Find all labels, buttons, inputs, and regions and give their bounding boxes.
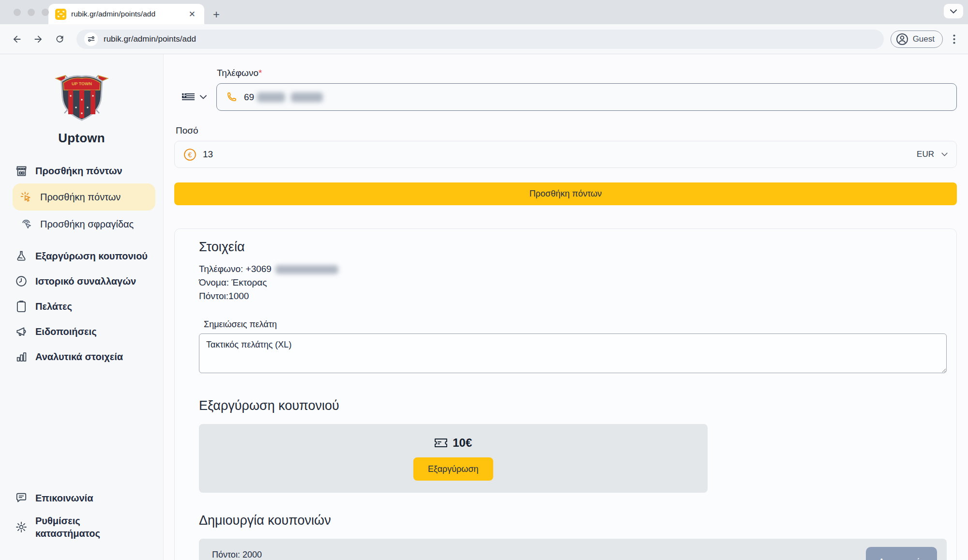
phone-field-label: Τηλέφωνο* [217, 68, 957, 78]
browser-menu-kebab-icon[interactable] [948, 31, 960, 47]
clipboard-icon [15, 300, 28, 313]
back-icon[interactable] [9, 31, 25, 47]
bar-chart-icon [15, 351, 28, 363]
tab-close-icon[interactable]: ✕ [186, 8, 198, 20]
zoom-window-button[interactable] [42, 9, 49, 16]
redeem-section-title: Εξαργύρωση κουπονιού [199, 398, 947, 413]
brand-name: Uptown [58, 131, 105, 146]
sidebar-item-label: Προσθήκη πόντων [40, 192, 121, 203]
browser-toolbar: rubik.gr/admin/points/add Guest [0, 24, 968, 54]
create-coupons-title: Δημιουργία κουπονιών [199, 513, 947, 528]
sidebar-item-redeem-coupon[interactable]: Εξαργύρωση κουπονιού [8, 243, 155, 269]
phone-label-text: Τηλέφωνο [217, 68, 258, 78]
sidebar-item-add-points[interactable]: Προσθήκη πόντων [13, 183, 155, 211]
sidebar-item-analytics[interactable]: Αναλυτικά στοιχεία [8, 344, 155, 369]
sidebar-item-label: Ειδοποιήσεις [35, 326, 97, 337]
sidebar-footer-menu: Επικοινωνία Ρυθμίσεις καταστήματος [0, 485, 163, 560]
browser-window: rubik.gr/admin/points/add ✕ + rubik.gr/a… [0, 0, 968, 560]
tab-strip: rubik.gr/admin/points/add ✕ + [0, 0, 968, 24]
profile-guest-button[interactable]: Guest [891, 30, 943, 48]
sidebar-item-label: Αναλυτικά στοιχεία [35, 351, 123, 363]
clock-icon [15, 275, 28, 288]
sidebar-group-add-points[interactable]: Προσθήκη πόντων [8, 158, 155, 183]
details-title: Στοιχεία [199, 240, 947, 255]
brand-block: UP TOWN Uptown [0, 54, 163, 146]
redeem-button[interactable]: Εξαργύρωση [413, 457, 493, 481]
sidebar-item-customers[interactable]: Πελάτες [8, 294, 155, 319]
uptown-crest-logo: UP TOWN [54, 65, 110, 124]
phone-value-prefix: 69 [244, 92, 254, 103]
detail-name-line: Όνομα: Έκτορας [199, 276, 947, 289]
phone-input[interactable]: 69 [216, 83, 957, 111]
sidebar-item-label: Ιστορικό συναλλαγών [35, 276, 136, 287]
sidebar-item-transaction-history[interactable]: Ιστορικό συναλλαγών [8, 269, 155, 294]
logo-text: UP TOWN [71, 81, 91, 86]
redeem-amount: 10€ [453, 436, 472, 450]
sidebar-item-label: Ρυθμίσεις καταστήματος [35, 515, 121, 540]
window-controls[interactable] [14, 9, 49, 16]
close-window-button[interactable] [14, 9, 21, 16]
euro-glyph: € [188, 151, 192, 158]
amount-field-label: Ποσό [176, 125, 957, 136]
country-code-selector[interactable] [182, 92, 207, 102]
customer-notes-label: Σημειώσεις πελάτη [204, 319, 947, 330]
reload-icon[interactable] [51, 31, 68, 47]
sidebar-item-add-stamp[interactable]: Προσθήκη σφραγίδας [13, 211, 155, 238]
detail-phone-line: Τηλέφωνο: +3069 [199, 262, 947, 276]
guest-label: Guest [913, 34, 935, 44]
required-asterisk: * [258, 68, 262, 78]
sidebar-item-label: Επικοινωνία [35, 493, 93, 504]
chevron-down-icon [200, 95, 207, 99]
url-bar[interactable]: rubik.gr/admin/points/add [76, 30, 884, 49]
customer-notes-textarea[interactable]: Τακτικός πελάτης (XL) [199, 333, 947, 373]
coupon-points: Πόντοι: 2000 [212, 550, 866, 560]
sidebar-group-label: Προσθήκη πόντων [35, 166, 122, 177]
chat-icon [15, 492, 28, 504]
megaphone-icon [15, 325, 28, 338]
amount-value: 13 [203, 149, 917, 160]
site-settings-tune-icon[interactable] [84, 32, 98, 46]
detail-phone-redacted-blur [275, 265, 338, 274]
cursor-click-icon [19, 191, 33, 203]
chevron-down-icon [941, 152, 948, 156]
phone-redacted-blur [257, 92, 285, 102]
customer-details-card: Στοιχεία Τηλέφωνο: +3069 Όνομα: Έκτορας … [174, 228, 957, 560]
sidebar-item-label: Προσθήκη σφραγίδας [40, 219, 134, 230]
sidebar-item-contact[interactable]: Επικοινωνία [8, 485, 155, 511]
tab-search-chevron-icon[interactable] [944, 4, 963, 18]
redeem-coupon-box: 10€ Εξαργύρωση [199, 424, 708, 493]
tap-icon [19, 218, 33, 230]
create-coupon-button[interactable]: Δημιουργία [866, 547, 937, 560]
sidebar: UP TOWN Uptown Προσθήκη πόντων Προσθήκη … [0, 54, 164, 560]
forward-icon[interactable] [30, 31, 46, 47]
amount-input[interactable]: € 13 EUR [174, 141, 957, 168]
currency-label: EUR [917, 150, 934, 159]
site-favicon-scan-icon [55, 9, 66, 20]
storefront-icon [15, 165, 28, 178]
coupon-row: Πόντοι: 2000 10€ Δημιουργία [199, 539, 947, 560]
currency-selector[interactable]: EUR [917, 150, 948, 159]
phone-redacted-blur [291, 92, 323, 102]
flask-icon [15, 250, 28, 262]
add-points-button[interactable]: Προσθήκη πόντων [174, 182, 957, 205]
ticket-icon [434, 438, 448, 448]
url-text[interactable]: rubik.gr/admin/points/add [104, 34, 196, 44]
sidebar-item-label: Πελάτες [35, 301, 72, 312]
sidebar-item-notifications[interactable]: Ειδοποιήσεις [8, 319, 155, 344]
detail-points-line: Πόντοι:1000 [199, 289, 947, 303]
sidebar-item-store-settings[interactable]: Ρυθμίσεις καταστήματος [8, 511, 155, 544]
sidebar-menu: Προσθήκη πόντων Προσθήκη πόντων Προσθήκη… [0, 158, 163, 369]
minimize-window-button[interactable] [28, 9, 35, 16]
sidebar-item-label: Εξαργύρωση κουπονιού [35, 251, 148, 262]
tab-title: rubik.gr/admin/points/add [71, 10, 186, 18]
greece-flag-icon [182, 92, 195, 102]
phone-icon [226, 91, 237, 103]
new-tab-button[interactable]: + [213, 9, 220, 20]
main-content: Τηλέφωνο* 69 Ποσό [164, 54, 968, 560]
phone-row: 69 [174, 83, 957, 111]
gear-icon [15, 521, 28, 533]
browser-tab[interactable]: rubik.gr/admin/points/add ✕ [48, 4, 204, 24]
detail-phone-text: Τηλέφωνο: +3069 [199, 264, 272, 274]
user-avatar-icon [896, 33, 908, 45]
euro-icon: € [183, 148, 197, 161]
